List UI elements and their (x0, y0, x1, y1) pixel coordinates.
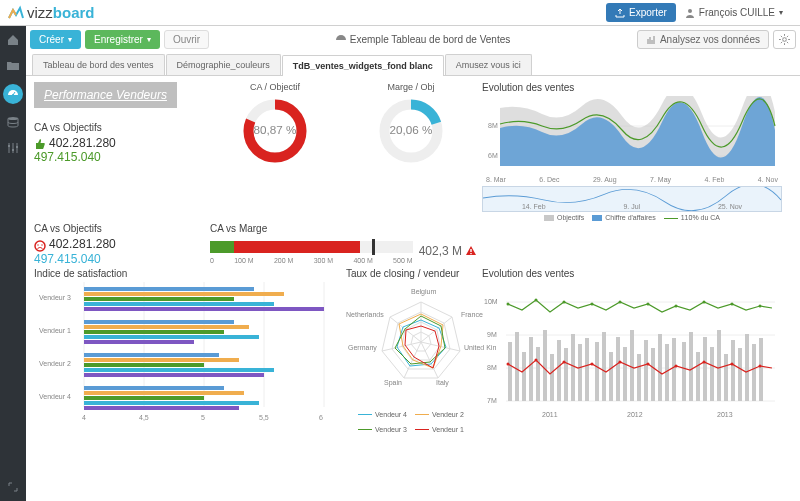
svg-rect-101 (616, 337, 620, 401)
svg-rect-28 (84, 292, 284, 296)
svg-rect-30 (84, 302, 274, 306)
ca-vs-marge: CA vs Marge 0100 M200 M300 M400 M500 M 4… (210, 223, 476, 265)
svg-rect-20 (470, 249, 471, 252)
svg-text:2011: 2011 (542, 411, 558, 418)
main: Tableau de bord des ventes Démographie_c… (26, 52, 800, 501)
svg-text:France: France (461, 311, 483, 318)
svg-text:4,5: 4,5 (139, 414, 149, 421)
svg-rect-121 (759, 338, 763, 401)
svg-rect-92 (550, 354, 554, 401)
svg-text:4: 4 (82, 414, 86, 421)
board-title: Exemple Tableau de bord de Ventes (213, 34, 633, 45)
tab-1[interactable]: Démographie_couleurs (166, 54, 281, 75)
donut2-chart: 20,06 % (376, 96, 446, 166)
svg-rect-42 (84, 386, 224, 390)
svg-rect-112 (696, 352, 700, 401)
svg-rect-103 (630, 330, 634, 401)
svg-rect-88 (522, 352, 526, 401)
barh-track (210, 241, 413, 253)
evol1-legend: Objectifs Chiffre d'affaires 110% du CA (482, 214, 782, 221)
svg-text:5,5: 5,5 (259, 414, 269, 421)
svg-rect-109 (672, 338, 676, 401)
svg-point-129 (703, 300, 706, 303)
save-label: Enregistrer (94, 34, 143, 45)
tab-2[interactable]: TdB_ventes_widgets_fond blanc (282, 55, 444, 76)
svg-text:2012: 2012 (627, 411, 643, 418)
kpi2-v1: 402.281.280 (49, 237, 116, 251)
evol1-overview[interactable]: 14. Feb9. Jul25. Nov (482, 186, 782, 212)
svg-text:2013: 2013 (717, 411, 733, 418)
svg-rect-97 (585, 338, 589, 401)
barh-value: 402,3 M (419, 244, 476, 258)
chevron-down-icon: ▾ (147, 35, 151, 44)
svg-text:Belgium: Belgium (411, 288, 436, 296)
svg-rect-86 (508, 342, 512, 401)
radar-legend: Vendeur 4 Vendeur 2 Vendeur 3 Vendeur 1 (346, 411, 476, 433)
user-name: François CUILLE (699, 7, 775, 18)
svg-rect-105 (644, 340, 648, 401)
folder-icon[interactable] (5, 58, 21, 74)
svg-point-19 (41, 244, 42, 245)
radar-title: Taux de closing / vendeur (346, 268, 476, 279)
user-menu[interactable]: François CUILLE ▾ (676, 3, 792, 22)
svg-rect-110 (682, 342, 686, 401)
tab-0[interactable]: Tableau de bord des ventes (32, 54, 165, 75)
kpi-ca-objectifs-1: CA vs Objectifs 402.281.280 497.415.040 (34, 122, 204, 164)
svg-text:20,06 %: 20,06 % (390, 123, 433, 136)
svg-point-132 (507, 362, 510, 365)
settings-button[interactable] (773, 30, 796, 49)
svg-rect-102 (623, 347, 627, 401)
svg-rect-34 (84, 330, 224, 334)
logo-text: vizzboard (27, 4, 95, 21)
database-icon[interactable] (5, 114, 21, 130)
open-button[interactable]: Ouvrir (164, 30, 209, 49)
donut2-title: Marge / Obj (346, 82, 476, 92)
svg-text:Vendeur 1: Vendeur 1 (39, 327, 71, 334)
thumb-up-icon (34, 138, 46, 150)
svg-point-138 (675, 364, 678, 367)
svg-rect-94 (564, 348, 568, 401)
gear-icon (779, 34, 790, 45)
svg-rect-93 (557, 340, 561, 401)
export-label: Exporter (629, 7, 667, 18)
evol1-chart: 8M6M (482, 96, 777, 174)
svg-point-127 (647, 302, 650, 305)
toolbar: Créer▾ Enregistrer▾ Ouvrir Exemple Table… (0, 26, 800, 52)
svg-rect-114 (710, 347, 714, 401)
chevron-down-icon: ▾ (779, 8, 783, 17)
evolution-ventes-2: Evolution des ventes 10M9M8M7M 201120122… (482, 268, 782, 433)
export-button[interactable]: Exporter (606, 3, 676, 22)
warning-icon (466, 246, 476, 256)
logo[interactable]: vizzboard (8, 4, 95, 21)
svg-rect-117 (731, 340, 735, 401)
svg-rect-38 (84, 358, 239, 362)
svg-point-123 (535, 298, 538, 301)
svg-rect-118 (738, 348, 742, 401)
svg-rect-98 (595, 342, 599, 401)
svg-text:6M: 6M (488, 152, 498, 159)
svg-rect-4 (12, 149, 14, 151)
barh-title: CA vs Marge (210, 223, 476, 234)
sliders-icon[interactable] (5, 140, 21, 156)
tab-3[interactable]: Amusez vous ici (445, 54, 532, 75)
svg-text:8M: 8M (487, 364, 497, 371)
svg-rect-96 (578, 344, 582, 401)
svg-point-6 (783, 37, 787, 41)
expand-icon[interactable] (5, 479, 21, 495)
save-button[interactable]: Enregistrer▾ (85, 30, 160, 49)
home-icon[interactable] (5, 32, 21, 48)
analyze-button[interactable]: Analysez vos données (637, 30, 769, 49)
svg-text:Italy: Italy (436, 379, 449, 387)
evol1-title: Evolution des ventes (482, 82, 782, 93)
dashboard-icon[interactable] (3, 84, 23, 104)
sidebar (0, 26, 26, 501)
svg-rect-91 (543, 330, 547, 401)
svg-point-139 (703, 360, 706, 363)
donut-ca-objectif: CA / Objectif 80,87 % (210, 82, 340, 221)
svg-rect-35 (84, 335, 259, 339)
svg-rect-36 (84, 340, 194, 344)
svg-text:Vendeur 3: Vendeur 3 (39, 294, 71, 301)
svg-rect-90 (536, 347, 540, 401)
svg-text:5: 5 (201, 414, 205, 421)
create-button[interactable]: Créer▾ (30, 30, 81, 49)
